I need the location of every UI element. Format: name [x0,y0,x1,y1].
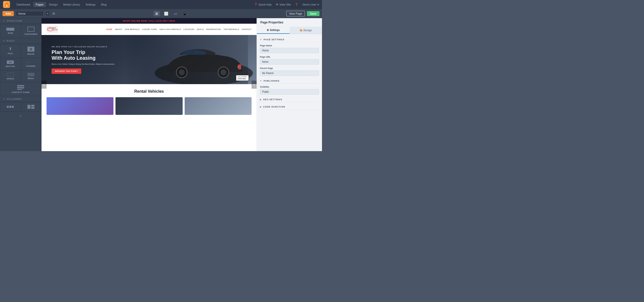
basic-chevron-icon: ▼ [3,40,5,42]
widget-button[interactable]: OK BUTTON [0,58,21,70]
hero-subtitle: WE ARE OPEN 24/7 INCLUDING MAJOR HOLIDAY… [52,46,115,48]
svg-text:LEASING: LEASING [52,29,58,30]
site-nav-luxury-cars[interactable]: LUXURY CARS [142,28,157,30]
page-name-label: Page Name [260,44,319,47]
tab-design[interactable]: 🎨 Design [290,27,322,34]
car-card-2 [115,97,182,115]
widget-space[interactable]: SPACE [0,70,21,82]
parent-page-field: Parent Page No Parent [260,67,319,76]
widget-row[interactable]: ROW [0,24,21,38]
page-selector-input[interactable] [16,11,44,16]
panel-content: ▼ PAGE SETTINGS Page Name Page URL Paren… [257,34,322,151]
save-button[interactable]: Save [307,11,319,16]
parent-page-label: Parent Page [260,67,319,70]
nav-pages[interactable]: Pages [33,2,46,7]
nav-blog[interactable]: Blog [99,2,109,7]
site-nav-testimonials[interactable]: TESTIMONIALS [224,28,239,30]
quick-help-link[interactable]: ❓ Quick help [254,3,272,6]
collapse-icon: « [20,114,22,118]
page-selector-arrow[interactable]: ▾ [46,11,50,16]
add-button[interactable]: Add [3,11,14,16]
canvas-nav-right-arrow[interactable]: » [252,81,257,89]
user-menu[interactable]: Demo User ▾ [302,3,319,6]
tablet-landscape-icon[interactable]: ⬜ [163,11,170,16]
widget-gallery-2[interactable] [21,102,41,111]
page-name-input[interactable] [260,48,319,53]
visibility-label: Visibility [260,86,319,88]
view-site-link[interactable]: 👁 View Site [276,3,291,6]
widget-contact-form[interactable]: CONTACT FORM [0,83,41,96]
page-settings-header[interactable]: ▼ PAGE SETTINGS [260,37,319,42]
nav-settings[interactable]: Settings [83,2,98,7]
view-page-button[interactable]: View Page [286,11,305,16]
site-nav-car-rentals[interactable]: CAR RENTALS [125,28,140,30]
hero-content: WE ARE OPEN 24/7 INCLUDING MAJOR HOLIDAY… [52,46,115,74]
menu-icon [27,73,34,76]
right-panel: Page Properties ⚙ Settings 🎨 Design ▼ PA… [257,18,322,151]
site-nav-links: HOME ABOUT CAR RENTALS LUXURY CARS VAN &… [106,28,252,30]
tab-settings[interactable]: ⚙ Settings [257,27,290,34]
main-layout: ▼ STRUCTURE ROW CONTAINER ▼ BASIC T TEXT… [0,18,322,151]
gallery-2-icon [27,105,34,109]
page-settings-section: ▼ PAGE SETTINGS Page Name Page URL Paren… [260,37,319,76]
site-top-bar: BOOK ONLINE NOW. CALL (123) 456-7 8910 [42,18,257,24]
widget-text[interactable]: T TEXT [0,44,21,58]
browse-fleet-button[interactable]: BROWSE THE FLEET [52,69,81,74]
widget-menu[interactable]: MENU [21,70,41,82]
site-nav-van-suv[interactable]: VAN & SUV RENTALS [159,28,181,30]
seo-header[interactable]: ▶ SEO SETTINGS [260,97,319,102]
basic-section-header[interactable]: ▼ BASIC [0,38,41,44]
widget-gallery-1[interactable] [0,102,21,111]
view-site-icon: 👁 [276,3,278,6]
hero-description: Rent a Car Online Today & Enjoy the Best… [52,63,115,65]
mobile-icon[interactable]: 📱 [181,11,188,16]
desktop-view-icon[interactable]: 🖥 [153,11,160,16]
nav-design[interactable]: Design [47,2,60,7]
contact-form-icon [17,85,24,90]
site-nav-about[interactable]: ABOUT [115,28,122,30]
canvas-scroll[interactable]: BOOK ONLINE NOW. CALL (123) 456-7 8910 A… [42,18,257,151]
canvas-nav-left-arrow[interactable]: « [42,81,47,89]
publishing-header[interactable]: ▼ PUBLISHING [260,78,319,84]
page-url-input[interactable] [260,59,319,64]
seo-section: ▶ SEO SETTINGS [260,97,319,102]
visibility-select[interactable]: Public [260,89,319,94]
help-icon: ❓ [295,3,298,6]
app-logo[interactable]: 🔥 [3,1,10,8]
code-injection-section: ▶ CODE INJECTION [260,104,319,110]
row-icon [6,28,14,31]
nav-items: Dashboard Pages Design Media Library Set… [14,2,109,7]
canvas-area: BOOK ONLINE NOW. CALL (123) 456-7 8910 A… [42,18,257,151]
svg-point-7 [179,70,185,75]
panel-tabs: ⚙ Settings 🎨 Design [257,27,322,34]
svg-point-9 [221,70,226,75]
tablet-portrait-icon[interactable]: ▭ [172,11,179,16]
rental-section: Rental Vehicles [42,84,257,120]
hero-section: WE ARE OPEN 24/7 INCLUDING MAJOR HOLIDAY… [42,35,257,84]
galleries-section-header[interactable]: ▼ GALLERIES [0,96,41,102]
site-nav-location[interactable]: LOCATION [184,28,194,30]
site-nav: AUTO LEASING HOME ABOUT CAR RENTALS LUXU… [42,24,257,35]
visibility-field: Visibility Public [260,86,319,94]
site-nav-contact[interactable]: CONTACT [242,28,252,30]
widget-divider[interactable]: ↔ DIVIDER [21,58,41,70]
widget-container[interactable]: CONTAINER [21,24,41,38]
code-injection-header[interactable]: ▶ CODE INJECTION [260,104,319,110]
sidebar-collapse[interactable]: « [0,112,41,120]
logo-car-icon: AUTO LEASING [47,26,58,33]
nav-dashboard[interactable]: Dashboard [14,2,33,7]
site-nav-deals[interactable]: DEALS [197,28,204,30]
nav-media-library[interactable]: Media Library [61,2,83,7]
copy-page-icon[interactable]: ⧉ [52,11,56,16]
svg-rect-10 [238,64,241,70]
widget-image[interactable]: 🖼 IMAGE [21,44,41,58]
site-nav-home[interactable]: HOME [106,28,112,30]
publishing-section: ▼ PUBLISHING Visibility Public [260,78,319,94]
structure-section-header[interactable]: ▼ STRUCTURE [0,18,41,24]
publishing-chevron: ▼ [260,80,262,82]
user-chevron-icon: ▾ [317,3,319,6]
parent-page-select[interactable]: No Parent [260,71,319,76]
design-tab-icon: 🎨 [300,29,303,32]
site-nav-reservation[interactable]: RESERVATION [206,28,221,30]
help-link[interactable]: ❓ [295,3,298,6]
